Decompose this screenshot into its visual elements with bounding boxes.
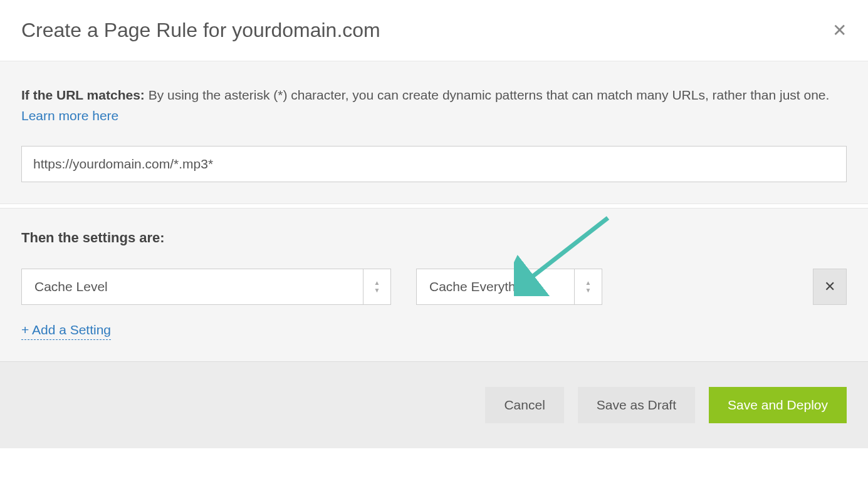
stepper-arrows-icon: ▲▼ [363, 269, 390, 304]
save-deploy-button[interactable]: Save and Deploy [709, 387, 847, 423]
url-pattern-input[interactable] [21, 146, 847, 182]
url-match-description: If the URL matches: By using the asteris… [21, 85, 847, 126]
learn-more-link[interactable]: Learn more here [21, 108, 118, 123]
setting-value-select[interactable]: Cache Everything ▲▼ [416, 269, 602, 305]
url-match-label: If the URL matches: [21, 88, 145, 102]
setting-name-select[interactable]: Cache Level ▲▼ [21, 269, 391, 305]
cancel-button[interactable]: Cancel [485, 387, 563, 423]
modal-header: Create a Page Rule for yourdomain.com ✕ [0, 0, 868, 61]
setting-name-value: Cache Level [22, 269, 363, 304]
remove-setting-button[interactable]: ✕ [813, 269, 847, 305]
url-match-text: By using the asterisk (*) character, you… [145, 88, 830, 102]
modal-footer: Cancel Save as Draft Save and Deploy [0, 361, 868, 448]
url-match-section: If the URL matches: By using the asteris… [0, 61, 868, 204]
settings-heading: Then the settings are: [21, 230, 847, 246]
modal-title: Create a Page Rule for yourdomain.com [21, 19, 380, 42]
settings-section: Then the settings are: Cache Level ▲▼ Ca… [0, 208, 868, 361]
setting-value-text: Cache Everything [417, 269, 574, 304]
setting-row: Cache Level ▲▼ Cache Everything ▲▼ ✕ [21, 269, 847, 305]
add-setting-link[interactable]: + Add a Setting [21, 322, 111, 340]
close-icon[interactable]: ✕ [832, 22, 847, 39]
close-icon: ✕ [824, 279, 835, 295]
stepper-arrows-icon: ▲▼ [574, 269, 602, 304]
save-draft-button[interactable]: Save as Draft [578, 387, 695, 423]
